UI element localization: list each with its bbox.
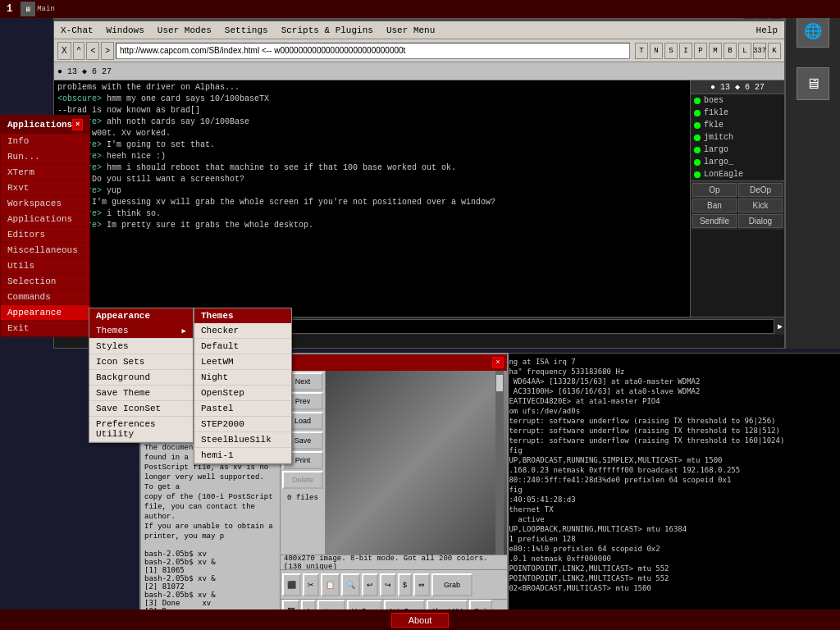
xchat-tb-up[interactable]: ^ [73, 42, 85, 60]
xchat-op-btn[interactable]: Op [692, 183, 737, 197]
xchat-menu-help[interactable]: Help [756, 25, 784, 35]
xchat-deop-btn[interactable]: DeOp [738, 183, 783, 197]
appearance-item-iconsets[interactable]: Icon Sets [89, 354, 193, 370]
xchat-menu-usermenu[interactable]: User Menu [380, 24, 441, 37]
userlist-item-jmitch[interactable]: jmitch [691, 131, 784, 144]
theme-item-openstep[interactable]: OpenStep [194, 386, 291, 401]
appearance-iconsets-label: Icon Sets [96, 357, 144, 367]
xchat-menubar: X-Chat Windows User Modes Settings Scrip… [54, 21, 784, 39]
appearance-item-saveiconset[interactable]: Save IconSet [89, 401, 193, 417]
ind-N[interactable]: N [650, 43, 663, 59]
xv-tool-6[interactable]: ↪ [380, 573, 396, 596]
xv-toolbar-row1: ⬛ ✂ 📋 🔍 ↩ ↪ $ ⇔ Grab [281, 569, 507, 599]
panel-item-utils[interactable]: Utils [1, 258, 89, 274]
xchat-menu-windows[interactable]: Windows [100, 24, 151, 37]
panel-item-commands[interactable]: Commands [1, 290, 89, 305]
xchat-menu-xchat[interactable]: X-Chat [54, 24, 100, 37]
ind-I[interactable]: I [679, 43, 692, 59]
userlist-item-boes[interactable]: boes [691, 94, 784, 107]
xchat-menu-usermodes[interactable]: User Modes [151, 24, 218, 37]
appearance-item-savetheme[interactable]: Save Theme [89, 386, 193, 401]
userlist-item-fkle[interactable]: fkle [691, 119, 784, 131]
appearance-item-themes[interactable]: Themes ▶ [89, 323, 193, 339]
theme-item-night[interactable]: Night [194, 370, 291, 386]
panel-item-appearance[interactable]: Appearance [1, 305, 89, 321]
xchat-chat-area[interactable]: problems with the driver on Alphas... <o… [54, 80, 690, 317]
panel-item-exit[interactable]: Exit [1, 321, 89, 336]
ind-337[interactable]: 337 [753, 43, 766, 59]
theme-item-checker[interactable]: Checker [194, 323, 291, 339]
panel-item-workspaces[interactable]: Workspaces [1, 196, 89, 212]
theme-item-leetwm[interactable]: LeetWM [194, 354, 291, 370]
appearance-background-label: Background [96, 372, 150, 382]
appearance-item-background[interactable]: Background [89, 370, 193, 386]
userlist-item-largo2[interactable]: largo_ [691, 156, 784, 168]
panel-item-applications[interactable]: Applications [1, 212, 89, 227]
xv-tool-2[interactable]: ✂ [303, 573, 319, 596]
ind-B[interactable]: B [724, 43, 737, 59]
ind-S[interactable]: S [664, 43, 678, 59]
appearance-item-prefsutil[interactable]: Preferences Utility [89, 417, 193, 442]
xv-delete-btn[interactable]: Delete [282, 471, 323, 489]
taskbar-main-icon[interactable]: 🖥 [21, 2, 35, 16]
theme-item-pastel[interactable]: Pastel [194, 401, 291, 417]
taskbar-main-label: Main [37, 5, 55, 13]
xv-close-btn[interactable]: × [492, 357, 504, 368]
xv-tool-7[interactable]: $ [398, 573, 412, 596]
xchat-ban-btn[interactable]: Ban [692, 199, 737, 212]
panel-item-miscellaneous[interactable]: Miscellaneous [1, 243, 89, 258]
xv-tool-1[interactable]: ⬛ [282, 573, 301, 596]
panel-item-rxvt[interactable]: Rxvt [1, 180, 89, 196]
xchat-dialog-btn[interactable]: Dialog [738, 214, 783, 228]
xv-image-preview [326, 371, 507, 555]
panel-item-run[interactable]: Run... [1, 149, 89, 165]
panel-item-xterm[interactable]: XTerm [1, 165, 89, 180]
xchat-url-input[interactable] [116, 43, 630, 59]
xv-scroll-thumb [496, 375, 503, 391]
ind-P[interactable]: P [694, 43, 707, 59]
xv-status-text: 480x270 image. 8-bit mode. Got all 200 c… [284, 555, 504, 571]
panel-item-info[interactable]: Info [1, 134, 89, 149]
ind-M[interactable]: M [709, 43, 722, 59]
xv-grab-btn[interactable]: Grab [431, 573, 472, 596]
xv-scroll-bar[interactable] [495, 371, 504, 555]
themes-arrow-icon: ▶ [182, 326, 186, 336]
right-icon-computer[interactable]: 🖥 [788, 60, 838, 109]
about-button[interactable]: About [391, 613, 450, 628]
xchat-menu-scripts[interactable]: Scripts & Plugins [275, 24, 380, 37]
xchat-tb-x[interactable]: X [57, 42, 71, 60]
xchat-channel-row: ● 13 ◆ 6 27 [54, 62, 784, 80]
chat-line: <obscure> ahh noth cards say 10/100Base [57, 116, 687, 128]
panel-item-editors[interactable]: Editors [1, 227, 89, 243]
theme-item-steelbluesilk[interactable]: SteelBlueSilk [194, 432, 291, 448]
xv-tool-8[interactable]: ⇔ [413, 573, 430, 596]
ind-T[interactable]: T [635, 43, 648, 59]
ind-K[interactable]: K [768, 43, 781, 59]
panel-item-selection[interactable]: Selection [1, 274, 89, 290]
theme-item-step2000[interactable]: STEP2000 [194, 417, 291, 432]
log-window: ing at ISA irq 7 pha" frequency 53318368… [500, 353, 840, 628]
appearance-item-styles[interactable]: Styles [89, 339, 193, 354]
userlist-item-f1kle[interactable]: f1kle [691, 107, 784, 119]
theme-item-hemi1[interactable]: hemi-1 [194, 448, 291, 463]
network-icon: 🌐 [797, 15, 829, 48]
chat-line: <HEMI> I'm guessing xv will grab the who… [57, 197, 687, 208]
chat-line: <obscure> Im pretty sure it grabs the wh… [57, 220, 687, 231]
xv-tool-4[interactable]: 🔍 [341, 573, 360, 596]
userlist-item-loneagle[interactable]: LonEagle [691, 168, 784, 180]
log-content[interactable]: ing at ISA irq 7 pha" frequency 53318368… [501, 354, 840, 627]
xv-tool-3[interactable]: 📋 [321, 573, 340, 596]
chat-line: <obscure> hmm i should reboot that machi… [57, 162, 687, 174]
xchat-sendfile-btn[interactable]: Sendfile [692, 214, 737, 228]
xchat-kick-btn[interactable]: Kick [738, 199, 783, 212]
xchat-tb-back[interactable]: < [86, 42, 99, 60]
xchat-tb-forward[interactable]: > [101, 42, 114, 60]
xchat-menu-settings[interactable]: Settings [218, 24, 275, 37]
xv-tool-5[interactable]: ↩ [362, 573, 378, 596]
theme-item-default[interactable]: Default [194, 339, 291, 354]
ind-L[interactable]: L [738, 43, 751, 59]
userlist-item-largo[interactable]: largo [691, 144, 784, 156]
chat-line: <obscure> hmm my one card says 10/100bas… [57, 94, 687, 105]
chat-line: --brad is now known as brad[] [57, 105, 687, 116]
applications-panel-close[interactable]: × [72, 119, 83, 130]
